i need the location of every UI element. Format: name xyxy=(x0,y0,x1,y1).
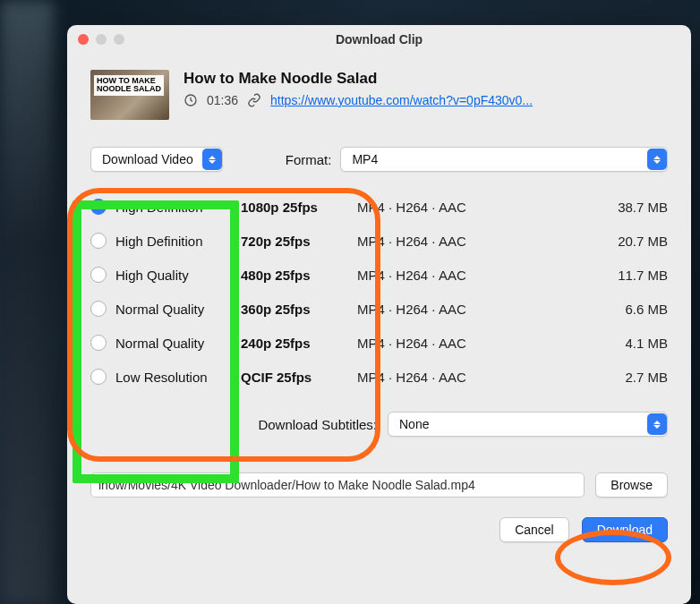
quality-resolution: 360p 25fps xyxy=(241,302,357,317)
traffic-lights xyxy=(78,34,124,45)
subtitles-row: Download Subtitles: None xyxy=(67,397,691,446)
clip-duration: 01:36 xyxy=(207,93,238,107)
titlebar: Download Clip xyxy=(67,25,691,54)
cancel-button[interactable]: Cancel xyxy=(499,517,569,542)
format-select[interactable]: MP4 xyxy=(340,147,668,172)
quality-label: Low Resolution xyxy=(115,370,241,385)
quality-size: 2.7 MB xyxy=(596,370,668,385)
radio-button[interactable] xyxy=(90,301,107,317)
quality-size: 11.7 MB xyxy=(596,268,668,283)
chevron-updown-icon xyxy=(202,149,222,170)
subtitles-label: Download Subtitles: xyxy=(90,417,377,432)
quality-label: High Quality xyxy=(115,268,241,283)
clock-icon xyxy=(184,93,198,107)
subtitles-select[interactable]: None xyxy=(388,412,668,437)
quality-row[interactable]: Low Resolution QCIF 25fps MP4 · H264 · A… xyxy=(90,360,668,394)
download-button[interactable]: Download xyxy=(582,517,668,542)
quality-codec: MP4 · H264 · AAC xyxy=(357,370,596,385)
quality-resolution: 240p 25fps xyxy=(241,336,357,351)
quality-codec: MP4 · H264 · AAC xyxy=(357,336,596,351)
subtitles-value: None xyxy=(399,417,638,431)
quality-row[interactable]: High Definition 1080p 25fps MP4 · H264 ·… xyxy=(90,190,668,224)
quality-label: High Definition xyxy=(115,200,241,215)
quality-size: 4.1 MB xyxy=(596,336,668,351)
quality-codec: MP4 · H264 · AAC xyxy=(357,234,596,249)
video-thumbnail: HOW TO MAKE NOODLE SALAD xyxy=(90,70,169,120)
thumbnail-caption: HOW TO MAKE NOODLE SALAD xyxy=(94,75,164,96)
minimize-window-button[interactable] xyxy=(96,34,107,45)
chevron-updown-icon xyxy=(647,149,667,170)
zoom-window-button[interactable] xyxy=(114,34,124,45)
quality-resolution: 1080p 25fps xyxy=(241,200,357,215)
quality-codec: MP4 · H264 · AAC xyxy=(357,268,596,283)
format-value: MP4 xyxy=(352,152,638,166)
quality-size: 20.7 MB xyxy=(596,234,668,249)
browse-button[interactable]: Browse xyxy=(595,472,668,498)
window-title: Download Clip xyxy=(78,32,680,47)
format-label: Format: xyxy=(286,152,332,167)
quality-label: Normal Quality xyxy=(115,302,241,317)
radio-button[interactable] xyxy=(90,267,107,283)
quality-size: 38.7 MB xyxy=(596,200,668,215)
output-path-value: ihow/Movies/4K Video Downloader/How to M… xyxy=(98,478,475,492)
quality-row[interactable]: Normal Quality 360p 25fps MP4 · H264 · A… xyxy=(90,292,668,326)
quality-codec: MP4 · H264 · AAC xyxy=(357,302,596,317)
quality-row[interactable]: High Definition 720p 25fps MP4 · H264 · … xyxy=(90,224,668,258)
output-path-row: ihow/Movies/4K Video Downloader/How to M… xyxy=(67,446,691,506)
radio-button[interactable] xyxy=(90,233,107,249)
download-mode-value: Download Video xyxy=(102,152,193,166)
quality-size: 6.6 MB xyxy=(596,302,668,317)
quality-codec: MP4 · H264 · AAC xyxy=(357,200,596,215)
action-row: Cancel Download xyxy=(67,506,691,558)
quality-row[interactable]: Normal Quality 240p 25fps MP4 · H264 · A… xyxy=(90,326,668,360)
quality-list: High Definition 1080p 25fps MP4 · H264 ·… xyxy=(67,181,691,397)
clip-title: How to Make Noodle Salad xyxy=(184,70,668,88)
radio-button[interactable] xyxy=(90,199,107,215)
quality-resolution: QCIF 25fps xyxy=(241,370,357,385)
quality-row[interactable]: High Quality 480p 25fps MP4 · H264 · AAC… xyxy=(90,258,668,292)
quality-resolution: 720p 25fps xyxy=(241,234,357,249)
clip-info-row: 01:36 https://www.youtube.com/watch?v=0p… xyxy=(184,93,668,107)
quality-label: High Definition xyxy=(115,234,241,249)
download-clip-window: Download Clip HOW TO MAKE NOODLE SALAD H… xyxy=(67,25,691,604)
quality-resolution: 480p 25fps xyxy=(241,268,357,283)
clip-header: HOW TO MAKE NOODLE SALAD How to Make Noo… xyxy=(67,54,691,136)
controls-row: Download Video Format: MP4 xyxy=(67,136,691,181)
source-url-link[interactable]: https://www.youtube.com/watch?v=0pF430v0… xyxy=(270,93,533,107)
clip-meta: How to Make Noodle Salad 01:36 https://w… xyxy=(184,70,668,120)
radio-button[interactable] xyxy=(90,369,107,385)
output-path-field[interactable]: ihow/Movies/4K Video Downloader/How to M… xyxy=(90,472,585,498)
quality-label: Normal Quality xyxy=(115,336,241,351)
download-mode-select[interactable]: Download Video xyxy=(90,147,223,172)
link-icon xyxy=(247,93,261,107)
close-window-button[interactable] xyxy=(78,34,89,45)
radio-button[interactable] xyxy=(90,335,107,351)
chevron-updown-icon xyxy=(647,413,667,435)
